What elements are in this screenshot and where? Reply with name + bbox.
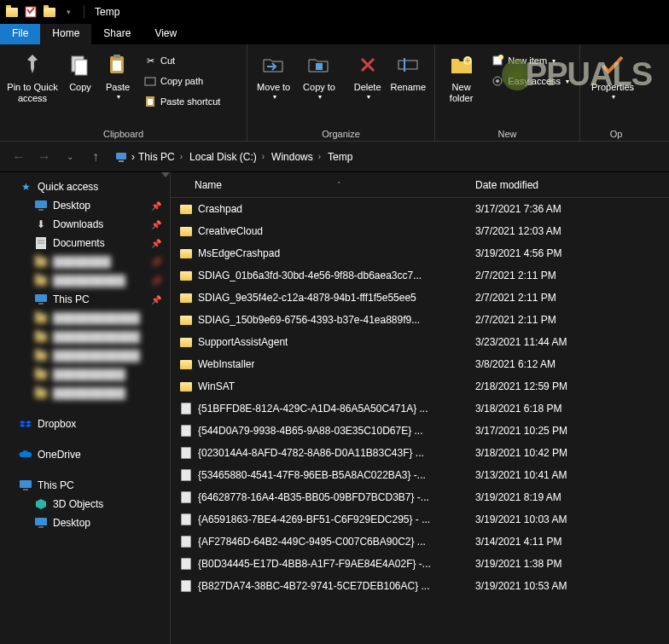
nav-onedrive[interactable]: OneDrive <box>0 445 170 464</box>
table-row[interactable]: SDIAG_01b6a3fd-30bd-4e56-9f88-db6aea3cc7… <box>171 264 669 287</box>
file-date-cell: 3/19/2021 4:56 PM <box>465 247 669 259</box>
cut-button[interactable]: ✂ Cut <box>140 51 224 70</box>
dropbox-icon <box>19 417 32 431</box>
new-folder-button[interactable]: New folder <box>439 49 484 106</box>
table-row[interactable]: SDIAG_9e35f4e2-c12a-4878-94b1-fff1f5e55e… <box>171 287 669 309</box>
table-row[interactable]: {51BFFD8E-812A-429C-A1D4-86A5A50C471A} .… <box>171 397 669 420</box>
nav-dropbox[interactable]: Dropbox <box>0 415 170 433</box>
main-area: ★ Quick access Desktop📌 ⬇ Downloads📌 Doc… <box>0 172 669 644</box>
table-row[interactable]: {64628778-16A4-4B35-BB05-09BFD7BCD3B7} -… <box>171 486 669 508</box>
table-row[interactable]: MsEdgeCrashpad3/19/2021 4:56 PM <box>171 242 669 264</box>
paste-button[interactable]: Paste ▾ <box>99 49 137 103</box>
table-row[interactable]: WebInstaller3/8/2021 6:12 AM <box>171 353 669 375</box>
copy-path-button[interactable]: Copy path <box>140 72 224 90</box>
rename-button[interactable]: Rename <box>386 49 431 95</box>
pin-label: Pin to Quick access <box>5 82 60 104</box>
crumb-temp[interactable]: Temp <box>328 151 352 163</box>
move-to-icon <box>260 51 288 78</box>
pin-icon <box>19 51 46 78</box>
copy-to-icon <box>305 51 333 78</box>
svg-rect-18 <box>119 160 124 162</box>
table-row[interactable]: {AF27846D-64B2-449C-9495-C007C6BA90C2} .… <box>171 531 669 553</box>
pane-resize-handle[interactable] <box>168 172 171 644</box>
ribbon-group-new: New folder New item ▾ Easy access ▾ New <box>435 44 580 141</box>
file-icon <box>179 446 193 460</box>
paste-shortcut-icon <box>143 95 157 108</box>
nav-hidden-item[interactable]: ██████████ <box>0 384 170 403</box>
file-date-cell: 3/17/2021 7:36 AM <box>465 203 669 215</box>
svg-point-16 <box>496 79 499 83</box>
chevron-down-icon: ▾ <box>318 93 322 102</box>
properties-button[interactable]: Properties ▾ <box>584 49 642 103</box>
file-date-cell: 3/19/2021 10:03 AM <box>465 513 669 525</box>
file-name-cell: {AF27846D-64B2-449C-9495-C007C6BA90C2} .… <box>171 535 465 548</box>
history-dropdown[interactable]: ⌄ <box>60 147 80 167</box>
table-row[interactable]: {A6591863-7BE4-4269-BF51-C6F929EDC295} -… <box>171 508 669 531</box>
delete-button[interactable]: Delete ▾ <box>350 49 386 103</box>
file-icon <box>179 557 193 571</box>
nav-this-pc-quick[interactable]: This PC📌 <box>0 290 170 309</box>
table-row[interactable]: Crashpad3/17/2021 7:36 AM <box>171 198 669 220</box>
tab-file[interactable]: File <box>0 24 40 44</box>
crumb-this-pc[interactable]: This PC› <box>138 151 186 163</box>
paste-shortcut-button[interactable]: Paste shortcut <box>140 92 224 111</box>
nav-hidden-item[interactable]: ██████████📌 <box>0 271 170 290</box>
chevron-down-icon: ▾ <box>273 93 276 102</box>
nav-quick-access[interactable]: ★ Quick access <box>0 177 170 196</box>
table-row[interactable]: SDIAG_150b9e69-6756-4393-b37e-41ea889f9.… <box>171 309 669 331</box>
folder-icon <box>179 357 193 371</box>
table-row[interactable]: {B827DA74-38BC-4B72-9741-5CE7DEB106AC} .… <box>171 575 669 597</box>
open-group-label: Op <box>584 127 649 141</box>
table-row[interactable]: WinSAT2/18/2021 12:59 PM <box>171 375 669 397</box>
move-to-button[interactable]: Move to ▾ <box>251 49 296 103</box>
file-name-cell: {64628778-16A4-4B35-BB05-09BFD7BCD3B7} -… <box>171 490 465 504</box>
nav-desktop-2[interactable]: Desktop <box>0 513 170 532</box>
nav-hidden-item[interactable]: ████████📌 <box>0 252 170 271</box>
desktop-icon <box>34 516 48 530</box>
qat-properties-icon[interactable] <box>24 5 38 19</box>
crumb-local-disk[interactable]: Local Disk (C:)› <box>189 151 268 163</box>
table-row[interactable]: SupportAssistAgent3/23/2021 11:44 AM <box>171 331 669 353</box>
nav-downloads[interactable]: ⬇ Downloads📌 <box>0 215 170 234</box>
forward-button[interactable]: → <box>34 147 55 167</box>
easy-access-label: Easy access <box>508 76 561 86</box>
folder-icon <box>179 291 193 305</box>
column-header-date[interactable]: Date modified <box>465 179 669 191</box>
pin-to-quick-access-button[interactable]: Pin to Quick access <box>3 49 61 106</box>
nav-3d-objects[interactable]: 3D Objects <box>0 495 170 513</box>
back-button[interactable]: ← <box>9 147 29 167</box>
tab-share[interactable]: Share <box>91 24 143 44</box>
copy-to-button[interactable]: Copy to ▾ <box>296 49 341 103</box>
copy-path-icon <box>143 74 157 88</box>
nav-hidden-item[interactable]: ████████████ <box>0 346 170 365</box>
nav-desktop[interactable]: Desktop📌 <box>0 196 170 215</box>
crumb-windows[interactable]: Windows› <box>271 151 324 163</box>
up-button[interactable]: ↑ <box>85 147 106 167</box>
nav-hidden-item[interactable]: ████████████ <box>0 309 170 328</box>
copy-button[interactable]: Copy <box>61 49 99 95</box>
new-item-button[interactable]: New item ▾ <box>487 51 573 70</box>
table-row[interactable]: CreativeCloud3/7/2021 12:03 AM <box>171 220 669 242</box>
tab-home[interactable]: Home <box>40 24 91 44</box>
column-headers: Name ˄ Date modified <box>171 172 669 198</box>
file-date-cell: 3/13/2021 10:41 AM <box>465 469 669 481</box>
table-row[interactable]: {B0D34445-E17D-4BB8-A1F7-F9AE84E4A02F} -… <box>171 553 669 575</box>
delete-icon <box>354 51 381 78</box>
address-bar-row: ← → ⌄ ↑ › This PC› Local Disk (C:)› Wind… <box>0 142 669 172</box>
table-row[interactable]: {023014A4-8AFD-4782-8A86-D0A11B83C43F} .… <box>171 442 669 464</box>
tab-view[interactable]: View <box>143 24 189 44</box>
nav-hidden-item[interactable]: ████████████ <box>0 328 170 346</box>
nav-documents[interactable]: Documents📌 <box>0 234 170 252</box>
file-name-cell: SDIAG_9e35f4e2-c12a-4878-94b1-fff1f5e55e… <box>171 291 465 305</box>
easy-access-button[interactable]: Easy access ▾ <box>487 72 573 90</box>
easy-access-icon <box>491 74 504 88</box>
nav-this-pc[interactable]: This PC <box>0 476 170 495</box>
chevron-right-icon[interactable]: › <box>131 151 135 163</box>
qat-folder-icon[interactable] <box>43 5 56 19</box>
breadcrumb[interactable]: › This PC› Local Disk (C:)› Windows› Tem… <box>111 147 660 167</box>
table-row[interactable]: {53465880-4541-47F8-96EB-B5A8AC022BA3} -… <box>171 464 669 486</box>
column-header-name[interactable]: Name ˄ <box>171 179 465 191</box>
nav-hidden-item[interactable]: ██████████ <box>0 365 170 384</box>
qat-dropdown-icon[interactable]: ▾ <box>61 5 75 19</box>
table-row[interactable]: {544D0A79-9938-4B65-9A88-03E35C10D67E} .… <box>171 420 669 442</box>
